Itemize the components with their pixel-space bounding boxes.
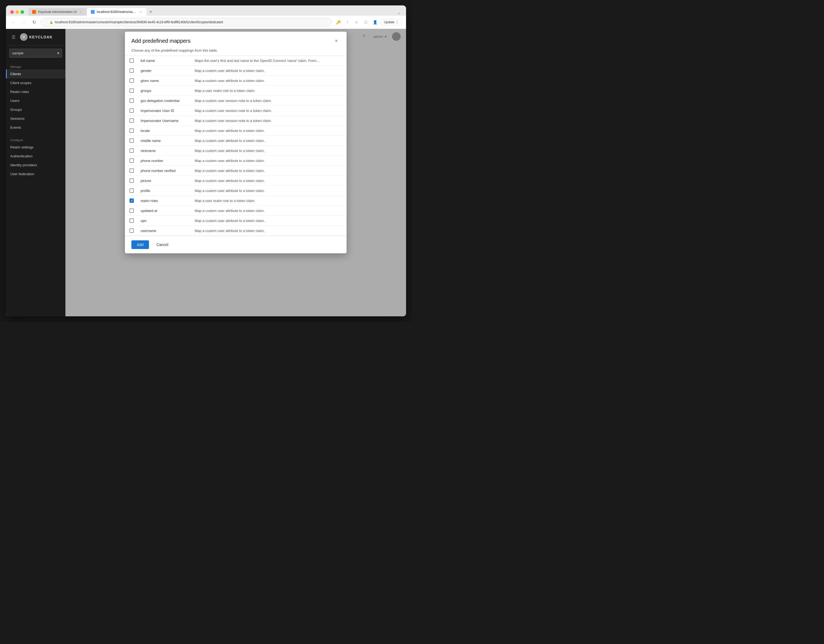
sidebar-manage-section: Manage Clients Client scopes Realm roles… bbox=[6, 61, 65, 134]
address-text: localhost:8180/admin/master/console/#/sa… bbox=[55, 20, 223, 24]
back-button[interactable]: ← bbox=[10, 18, 17, 26]
tab-title-keycloak: Keycloak Administration UI bbox=[38, 10, 77, 14]
update-chevron-icon: ⋮ bbox=[395, 20, 399, 24]
logo-icon: ⚙ bbox=[20, 33, 28, 41]
sidebar-item-client-scopes-label: Client scopes bbox=[10, 81, 31, 85]
mapper-name: phone number verified bbox=[138, 166, 192, 175]
modal-title: Add predefined mappers bbox=[131, 38, 191, 44]
mapper-checkbox-cell bbox=[125, 66, 138, 75]
mapper-checkbox-gender[interactable] bbox=[129, 68, 134, 73]
table-row: profileMap a custom user attribute to a … bbox=[125, 186, 347, 196]
mapper-description: Map a custom user attribute to a token c… bbox=[192, 186, 322, 195]
mapper-checkbox-locale[interactable] bbox=[129, 128, 134, 133]
mapper-description: Map a custom user session note to a toke… bbox=[192, 116, 322, 126]
sidebar-item-authentication-label: Authentication bbox=[10, 154, 32, 158]
maximize-window-button[interactable] bbox=[20, 10, 24, 14]
mapper-checkbox-cell bbox=[125, 56, 138, 65]
sidebar-item-identity-providers-label: Identity providers bbox=[10, 163, 37, 167]
mapper-checkbox-given-name[interactable] bbox=[129, 78, 134, 83]
sidebar-item-sessions[interactable]: Sessions bbox=[6, 114, 65, 123]
share-icon[interactable]: ↑ bbox=[344, 18, 351, 26]
sidebar-item-authentication[interactable]: Authentication bbox=[6, 152, 65, 161]
mapper-checkbox-full-name[interactable] bbox=[129, 58, 134, 63]
sidebar-configure-section: Configure Realm settings Authentication … bbox=[6, 134, 65, 181]
browser-tab-keycloak[interactable]: Keycloak Administration UI × bbox=[28, 8, 86, 16]
sidebar-item-realm-settings[interactable]: Realm settings bbox=[6, 143, 65, 152]
tabs-menu-icon[interactable]: ⌄ bbox=[396, 9, 402, 16]
sidebar-item-groups[interactable]: Groups bbox=[6, 105, 65, 114]
close-window-button[interactable] bbox=[10, 10, 14, 14]
table-row: Impersonator User IDMap a custom user se… bbox=[125, 106, 347, 116]
update-button[interactable]: Update ⋮ bbox=[380, 19, 402, 25]
minimize-window-button[interactable] bbox=[15, 10, 19, 14]
table-row: middle nameMap a custom user attribute t… bbox=[125, 136, 347, 146]
mapper-name: upn bbox=[138, 216, 192, 226]
modal-table-container[interactable]: email verifiedMap a built in user proper… bbox=[125, 56, 347, 236]
table-row: phone number verifiedMap a custom user a… bbox=[125, 166, 347, 176]
traffic-lights bbox=[10, 10, 24, 14]
mapper-checkbox-phone-number[interactable] bbox=[129, 158, 134, 163]
mapper-checkbox-nickname[interactable] bbox=[129, 148, 134, 153]
mapper-checkbox-profile[interactable] bbox=[129, 188, 134, 193]
sidebar-item-realm-settings-label: Realm settings bbox=[10, 145, 34, 149]
mapper-name: nickname bbox=[138, 146, 192, 155]
configure-label: Configure bbox=[6, 136, 65, 143]
table-row: usernameMap a custom user attribute to a… bbox=[125, 226, 347, 236]
mapper-checkbox-phone-number-verified[interactable] bbox=[129, 168, 134, 173]
tabs-row: Keycloak Administration UI × localhost:8… bbox=[28, 8, 402, 16]
sidebar-item-events[interactable]: Events bbox=[6, 123, 65, 132]
mapper-checkbox-cell bbox=[125, 116, 138, 126]
realm-selector[interactable]: sample ▾ bbox=[9, 49, 62, 58]
lock-icon: 🔒 bbox=[49, 20, 53, 24]
mapper-description: Map a custom user attribute to a token c… bbox=[192, 166, 322, 175]
address-bar[interactable]: 🔒 localhost:8180/admin/master/console/#/… bbox=[40, 18, 332, 26]
mapper-checkbox-middle-name[interactable] bbox=[129, 138, 134, 143]
reload-button[interactable]: ↻ bbox=[30, 18, 38, 26]
sidebar-item-users[interactable]: Users bbox=[6, 96, 65, 105]
mapper-description: Map a custom user attribute to a token c… bbox=[192, 176, 322, 186]
tab-close-localhost[interactable]: × bbox=[139, 10, 143, 14]
mapper-description: Map a custom user session note to a toke… bbox=[192, 106, 322, 115]
realm-dropdown-icon: ▾ bbox=[57, 51, 59, 55]
sidebar-item-clients[interactable]: Clients bbox=[6, 69, 65, 78]
mapper-checkbox-gss-delegation[interactable] bbox=[129, 98, 134, 103]
mapper-checkbox-cell bbox=[125, 196, 138, 206]
mapper-checkbox-picture[interactable] bbox=[129, 178, 134, 183]
sidebar-item-client-scopes[interactable]: Client scopes bbox=[6, 78, 65, 87]
mapper-description: Map a custom user attribute to a token c… bbox=[192, 156, 322, 166]
mapper-checkbox-impersonator-userid[interactable] bbox=[129, 108, 134, 113]
mapper-description: Map a custom user attribute to a token c… bbox=[192, 66, 322, 75]
sidebar-item-realm-roles[interactable]: Realm roles bbox=[6, 87, 65, 96]
extension-icon[interactable]: □ bbox=[362, 18, 370, 26]
mapper-checkbox-impersonator-username[interactable] bbox=[129, 118, 134, 123]
browser-tab-localhost[interactable]: localhost:8180/realms/sample/ × bbox=[87, 8, 146, 16]
sidebar-header: ☰ ⚙ KEYCLOAK bbox=[6, 29, 65, 45]
add-button[interactable]: Add bbox=[131, 240, 149, 249]
mapper-description: Map a custom user session note to a toke… bbox=[192, 96, 322, 105]
forward-button[interactable]: → bbox=[20, 18, 28, 26]
tab-close-keycloak[interactable]: × bbox=[79, 10, 83, 14]
sidebar-item-identity-providers[interactable]: Identity providers bbox=[6, 161, 65, 169]
mapper-checkbox-realm-roles[interactable] bbox=[129, 198, 134, 203]
bookmark-icon[interactable]: ☆ bbox=[353, 18, 360, 26]
mapper-checkbox-username[interactable] bbox=[129, 229, 134, 233]
table-row: pictureMap a custom user attribute to a … bbox=[125, 176, 347, 186]
mapper-checkbox-updated-at[interactable] bbox=[129, 209, 134, 213]
sidebar-item-realm-roles-label: Realm roles bbox=[10, 90, 29, 94]
mapper-checkbox-groups[interactable] bbox=[129, 88, 134, 93]
mapper-checkbox-cell bbox=[125, 86, 138, 95]
mapper-checkbox-upn[interactable] bbox=[129, 218, 134, 223]
cancel-button[interactable]: Cancel bbox=[152, 240, 173, 249]
mapper-name: picture bbox=[138, 176, 192, 186]
new-tab-button[interactable]: + bbox=[147, 8, 155, 16]
mapper-checkbox-cell bbox=[125, 106, 138, 115]
sidebar-item-users-label: Users bbox=[10, 99, 20, 103]
modal-close-button[interactable]: × bbox=[332, 37, 340, 45]
table-row: updated atMap a custom user attribute to… bbox=[125, 206, 347, 216]
mapper-description: Map a custom user attribute to a token c… bbox=[192, 136, 322, 146]
sidebar-item-user-federation[interactable]: User federation bbox=[6, 169, 65, 178]
key-icon[interactable]: 🔑 bbox=[334, 18, 342, 26]
hamburger-icon[interactable]: ☰ bbox=[10, 33, 17, 41]
table-row: gss delegation credentialMap a custom us… bbox=[125, 96, 347, 106]
profile-icon[interactable]: 👤 bbox=[371, 18, 379, 26]
